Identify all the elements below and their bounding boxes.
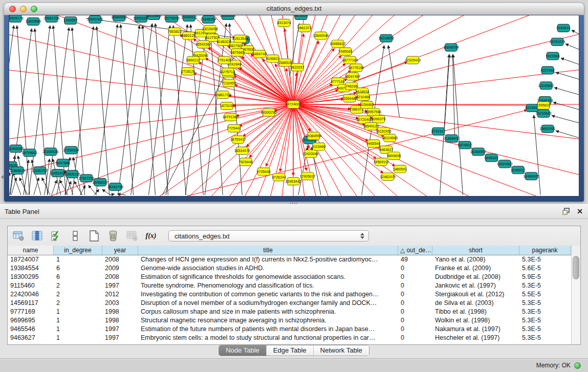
table-cell[interactable]: 1997 bbox=[102, 334, 138, 342]
table-cell[interactable]: 9699695 bbox=[8, 316, 54, 325]
table-cell[interactable]: 5.3E-5 bbox=[519, 255, 571, 264]
column-header-2[interactable]: year bbox=[102, 246, 138, 255]
table-cell[interactable]: 1998 bbox=[102, 308, 138, 316]
column-header-3[interactable]: title bbox=[138, 246, 398, 255]
table-cell[interactable]: Franke et al. (2009) bbox=[432, 264, 519, 273]
tab-network-table[interactable]: Network Table bbox=[313, 345, 369, 356]
table-cell[interactable]: 5.3E-5 bbox=[519, 316, 571, 325]
table-cell[interactable]: 5.6E-5 bbox=[519, 264, 571, 273]
table-row[interactable]: 1456911722003Disruption of a novel membe… bbox=[8, 299, 580, 308]
table-cell[interactable]: 19384554 bbox=[8, 264, 54, 273]
table-cell[interactable]: Hescheler et al. (1997) bbox=[432, 334, 519, 342]
scrollbar-thumb[interactable] bbox=[573, 256, 579, 279]
table-cell[interactable]: 2008 bbox=[102, 255, 138, 264]
table-cell[interactable]: 5.5E-5 bbox=[519, 290, 571, 299]
table-cell[interactable]: 9115460 bbox=[8, 281, 54, 290]
table-cell[interactable]: 5.3E-5 bbox=[519, 281, 571, 290]
table-cell[interactable]: 2003 bbox=[102, 299, 138, 308]
table-cell[interactable]: 6 bbox=[54, 273, 102, 281]
network-window-titlebar[interactable]: citations_edges.txt bbox=[4, 3, 584, 15]
table-cell[interactable]: 2008 bbox=[102, 273, 138, 281]
table-cell[interactable]: Investigating the contribution of common… bbox=[138, 290, 398, 299]
table-row[interactable]: 1872400712008Changes of HCN gene express… bbox=[8, 255, 580, 264]
table-row[interactable]: 2242004622012Investigating the contribut… bbox=[8, 290, 580, 299]
table-cell[interactable]: 1998 bbox=[102, 316, 138, 325]
table-cell[interactable]: Embryonic stem cells: a model to study s… bbox=[138, 334, 398, 342]
table-cell[interactable]: 1997 bbox=[102, 281, 138, 290]
table-cell[interactable]: 49 bbox=[398, 255, 432, 264]
close-panel-icon[interactable]: ✕ bbox=[577, 207, 583, 216]
table-row[interactable]: 1938455462009Genome-wide association stu… bbox=[8, 264, 580, 273]
table-cell[interactable]: 5.9E-5 bbox=[519, 273, 571, 281]
column-header-4[interactable]: △ out_de… bbox=[398, 246, 432, 255]
create-table-icon[interactable] bbox=[88, 229, 101, 243]
table-cell[interactable]: 0 bbox=[398, 299, 432, 308]
table-cell[interactable]: Yano et al. (2008) bbox=[432, 255, 519, 264]
table-cell[interactable]: 18300295 bbox=[8, 273, 54, 281]
table-cell[interactable]: 1 bbox=[54, 255, 102, 264]
column-edit-icon[interactable] bbox=[31, 229, 44, 243]
table-cell[interactable]: Stergiakouli et al. (2012) bbox=[432, 290, 519, 299]
table-cell[interactable]: 2 bbox=[54, 290, 102, 299]
network-graph[interactable]: 2390517811606589206812961340557200914061… bbox=[9, 15, 579, 196]
table-cell[interactable]: Estimation of significance thresholds fo… bbox=[138, 273, 398, 281]
table-cell[interactable]: Corpus callosum shape and size in male p… bbox=[138, 308, 398, 316]
table-cell[interactable]: 1 bbox=[54, 334, 102, 342]
delete-rows-icon[interactable] bbox=[106, 229, 120, 243]
column-header-0[interactable]: name bbox=[8, 246, 54, 255]
table-cell[interactable]: 5.3E-5 bbox=[519, 334, 571, 342]
table-cell[interactable]: 0 bbox=[398, 308, 432, 316]
table-cell[interactable]: 1 bbox=[54, 325, 102, 334]
table-cell[interactable]: 2 bbox=[54, 281, 102, 290]
select-rows-icon[interactable] bbox=[50, 229, 63, 243]
function-builder-icon[interactable]: f(x) bbox=[144, 229, 158, 243]
table-cell[interactable]: 2009 bbox=[102, 264, 138, 273]
table-select-dropdown[interactable]: citations_edges.txt bbox=[168, 230, 369, 242]
table-cell[interactable]: Nakamura et al. (1997) bbox=[432, 325, 519, 334]
tab-edge-table[interactable]: Edge Table bbox=[266, 345, 313, 356]
table-cell[interactable]: Tourette syndrome. Phenomenology and cla… bbox=[138, 281, 398, 290]
table-row[interactable]: 946554611997Estimation of the future num… bbox=[8, 325, 580, 334]
table-cell[interactable]: 0 bbox=[398, 264, 432, 273]
column-header-1[interactable]: in_degree bbox=[54, 246, 102, 255]
row-ops-icon[interactable] bbox=[69, 229, 82, 243]
table-cell[interactable]: 22420046 bbox=[8, 290, 54, 299]
table-cell[interactable]: 1 bbox=[54, 308, 102, 316]
table-cell[interactable]: 2 bbox=[54, 299, 102, 308]
table-cell[interactable]: 1 bbox=[54, 316, 102, 325]
table-cell[interactable]: 0 bbox=[398, 281, 432, 290]
table-cell[interactable]: Disruption of a novel member of a sodium… bbox=[138, 299, 398, 308]
table-row[interactable]: 977716911998Corpus callosum shape and si… bbox=[8, 308, 580, 316]
table-cell[interactable]: 0 bbox=[398, 325, 432, 334]
table-cell[interactable]: 0 bbox=[398, 316, 432, 325]
table-vertical-scrollbar[interactable] bbox=[571, 255, 580, 344]
table-cell[interactable]: 9463627 bbox=[8, 334, 54, 342]
table-cell[interactable]: Wolkin et al. (1998) bbox=[432, 316, 519, 325]
tab-node-table[interactable]: Node Table bbox=[219, 345, 266, 356]
table-cell[interactable]: 9777169 bbox=[8, 308, 54, 316]
panel-collapse-arrow[interactable] bbox=[1, 175, 4, 179]
table-cell[interactable]: 1997 bbox=[102, 325, 138, 334]
table-cell[interactable]: 18724007 bbox=[8, 255, 54, 264]
column-header-6[interactable]: pagerank bbox=[519, 246, 571, 255]
table-cell[interactable]: 0 bbox=[398, 334, 432, 342]
table-row[interactable]: 946362711997Embryonic stem cells: a mode… bbox=[8, 334, 580, 342]
column-header-5[interactable]: short bbox=[432, 246, 519, 255]
table-cell[interactable]: Changes of HCN gene expression and I(f) … bbox=[138, 255, 398, 264]
table-cell[interactable]: 0 bbox=[398, 290, 432, 299]
table-cell[interactable]: de Silva et al. (2003) bbox=[432, 299, 519, 308]
table-row[interactable]: 911546021997Tourette syndrome. Phenomeno… bbox=[8, 281, 580, 290]
table-cell[interactable]: 14569117 bbox=[8, 299, 54, 308]
table-row[interactable]: 1830029562008Estimation of significance … bbox=[8, 273, 580, 281]
table-options-icon[interactable] bbox=[12, 229, 25, 243]
table-cell[interactable]: Structural magnetic resonance image aver… bbox=[138, 316, 398, 325]
table-cell[interactable]: Genome-wide association studies in ADHD. bbox=[138, 264, 398, 273]
table-cell[interactable]: 5.3E-5 bbox=[519, 308, 571, 316]
table-row[interactable]: 969969511998Structural magnetic resonanc… bbox=[8, 316, 580, 325]
table-cell[interactable]: 5.3E-5 bbox=[519, 325, 571, 334]
table-cell[interactable]: Tibbo et al. (1998) bbox=[432, 308, 519, 316]
table-cell[interactable]: Estimation of the future numbers of pati… bbox=[138, 325, 398, 334]
table-cell[interactable]: 6 bbox=[54, 264, 102, 273]
table-cell[interactable]: 5.3E-5 bbox=[519, 299, 571, 308]
network-canvas[interactable]: 2390517811606589206812961340557200914061… bbox=[9, 15, 579, 196]
